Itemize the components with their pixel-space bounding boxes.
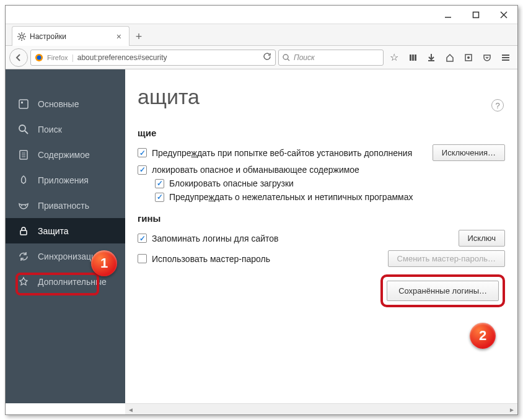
checkbox-block-dangerous[interactable] xyxy=(138,165,147,175)
svg-point-27 xyxy=(19,125,25,131)
label-warn-addons: Предупреждать при попытке веб-сайтов уст… xyxy=(152,148,412,158)
sidebar-item-applications[interactable]: Приложения xyxy=(6,167,125,193)
sidebar-item-label: Синхронизация xyxy=(38,252,100,261)
scroll-right-icon[interactable]: ► xyxy=(506,404,517,415)
sidebar-item-security[interactable]: Защита xyxy=(6,218,125,243)
svg-point-15 xyxy=(283,55,288,59)
checkbox-master-password[interactable] xyxy=(138,254,147,263)
checkbox-block-downloads[interactable] xyxy=(155,179,164,188)
page-title: ащита xyxy=(138,85,505,109)
tab-strip: Настройки × + xyxy=(6,24,517,46)
reload-icon[interactable] xyxy=(263,52,271,63)
library-icon[interactable] xyxy=(405,50,421,66)
url-bar[interactable]: Firefox | about:preferences#security xyxy=(30,50,276,66)
svg-line-16 xyxy=(288,59,289,61)
sidebar-item-sync[interactable]: Синхронизация xyxy=(6,243,125,269)
svg-line-11 xyxy=(24,33,25,35)
help-icon[interactable]: ? xyxy=(491,99,504,112)
sidebar-item-privacy[interactable]: Приватность xyxy=(6,193,125,218)
section-logins-heading: гины xyxy=(138,213,505,224)
menu-icon[interactable] xyxy=(498,50,514,66)
svg-rect-18 xyxy=(412,55,414,61)
checkbox-warn-unwanted[interactable] xyxy=(155,193,164,202)
lock-icon xyxy=(18,225,29,237)
svg-line-9 xyxy=(19,33,20,35)
sidebar-item-content[interactable]: Содержимое xyxy=(6,142,125,167)
svg-point-14 xyxy=(37,55,42,59)
sidebar-item-label: Приложения xyxy=(38,175,89,185)
exceptions-button[interactable]: Исключения… xyxy=(433,144,505,161)
navbar: Firefox | about:preferences#security Пои… xyxy=(6,46,517,69)
search-bar[interactable]: Поиск xyxy=(278,50,384,66)
svg-rect-17 xyxy=(410,55,411,61)
change-master-button[interactable]: Сменить мастер-пароль… xyxy=(388,250,505,267)
sidebar-item-label: Приватность xyxy=(38,201,89,211)
checkbox-remember-logins[interactable] xyxy=(138,234,147,243)
maximize-button[interactable] xyxy=(462,6,490,24)
svg-line-10 xyxy=(24,38,25,40)
advanced-icon xyxy=(18,276,29,287)
sidebar-item-label: Дополнительные xyxy=(38,277,107,287)
url-text: about:preferences#security xyxy=(77,53,167,62)
main-pane: ащита ? щие Предупреждать при попытке ве… xyxy=(125,69,517,403)
label-remember-logins: Запоминать логины для сайтов xyxy=(152,234,278,243)
rocket-icon xyxy=(18,175,29,186)
section-general-heading: щие xyxy=(138,128,505,138)
scroll-left-icon[interactable]: ◄ xyxy=(125,404,136,415)
firefox-icon xyxy=(35,53,43,62)
sidebar-item-general[interactable]: Основные xyxy=(6,91,125,116)
back-button[interactable] xyxy=(9,48,28,67)
svg-line-12 xyxy=(19,38,20,40)
checkbox-warn-addons[interactable] xyxy=(138,148,147,157)
svg-rect-19 xyxy=(415,55,416,61)
saved-logins-button[interactable]: Сохранённые логины… xyxy=(387,281,499,301)
search-icon xyxy=(18,124,29,135)
svg-point-34 xyxy=(25,205,26,206)
tab-label: Настройки xyxy=(30,32,66,41)
addons-icon[interactable] xyxy=(460,50,477,66)
svg-point-33 xyxy=(21,205,22,206)
sidebar-item-search[interactable]: Поиск xyxy=(6,116,125,142)
label-master-password: Использовать мастер-пароль xyxy=(152,254,270,264)
svg-rect-35 xyxy=(20,230,27,235)
titlebar xyxy=(6,6,517,24)
urlbar-brand: Firefox xyxy=(47,54,68,61)
sync-icon xyxy=(18,251,29,262)
svg-rect-25 xyxy=(19,100,28,108)
label-block-downloads: Блокировать опасные загрузки xyxy=(169,178,294,188)
new-tab-button[interactable]: + xyxy=(130,28,148,45)
sidebar-item-label: Защита xyxy=(38,226,69,236)
search-icon xyxy=(283,54,290,61)
gear-icon xyxy=(17,32,26,41)
document-icon xyxy=(18,149,29,160)
mask-icon xyxy=(18,200,29,211)
downloads-icon[interactable] xyxy=(423,50,439,66)
app-window: Настройки × + Firefox | about:preference… xyxy=(5,5,518,415)
exceptions-logins-button[interactable]: Исключ xyxy=(459,230,506,247)
svg-point-4 xyxy=(20,35,23,38)
general-icon xyxy=(18,98,29,110)
tab-settings[interactable]: Настройки × xyxy=(12,26,130,46)
sidebar-item-label: Основные xyxy=(38,99,79,109)
close-button[interactable] xyxy=(490,6,517,24)
svg-rect-1 xyxy=(473,12,478,17)
horizontal-scrollbar[interactable]: ◄ ► xyxy=(125,403,517,414)
sidebar-item-advanced[interactable]: Дополнительные xyxy=(6,269,125,294)
sidebar-item-label: Содержимое xyxy=(38,150,90,160)
callout-highlight-2: Сохранённые логины… xyxy=(380,274,505,307)
searchbar-placeholder: Поиск xyxy=(294,53,315,62)
sidebar: Основные Поиск Содержимое Приложения При… xyxy=(6,69,125,403)
sidebar-item-label: Поиск xyxy=(38,125,62,134)
bookmark-star-icon[interactable]: ☆ xyxy=(386,50,402,66)
label-block-dangerous: локировать опасное и обманывающее содерж… xyxy=(152,165,359,175)
label-warn-unwanted: Предупреждать о нежелательных и нетипичн… xyxy=(169,192,413,202)
svg-rect-26 xyxy=(21,102,23,103)
svg-line-28 xyxy=(25,131,28,134)
svg-point-21 xyxy=(467,56,470,59)
pocket-icon[interactable] xyxy=(479,50,495,66)
content-area: Основные Поиск Содержимое Приложения При… xyxy=(6,69,517,403)
minimize-button[interactable] xyxy=(434,6,462,24)
tab-close-icon[interactable]: × xyxy=(114,32,124,42)
home-icon[interactable] xyxy=(442,50,458,66)
